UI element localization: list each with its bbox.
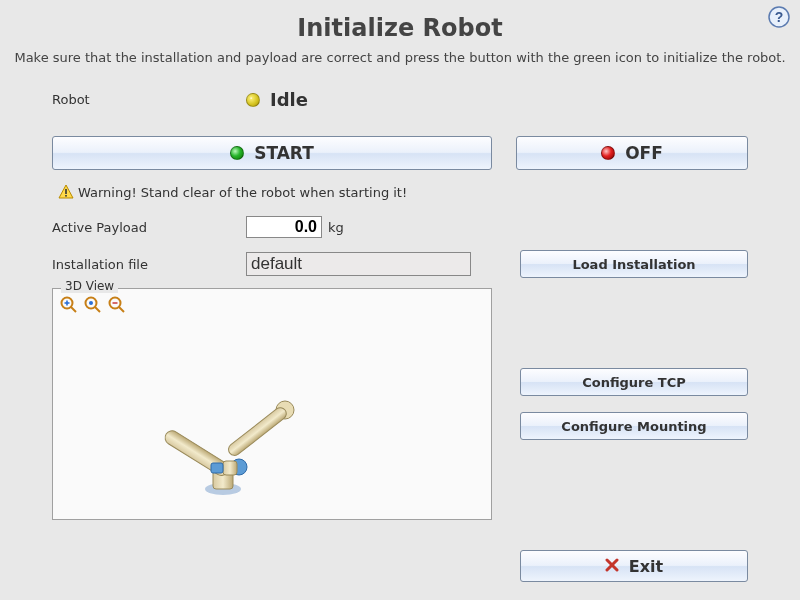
svg-line-6 <box>71 307 76 312</box>
svg-line-10 <box>95 307 100 312</box>
help-icon[interactable]: ? <box>768 6 790 28</box>
exit-button[interactable]: Exit <box>520 550 748 582</box>
svg-rect-4 <box>65 195 67 197</box>
page-title: Initialize Robot <box>0 0 800 42</box>
3d-view-panel[interactable]: 3D View <box>52 288 492 520</box>
robot-label: Robot <box>52 92 246 107</box>
close-icon <box>605 557 619 576</box>
zoom-home-icon[interactable] <box>83 295 103 315</box>
status-led-icon <box>246 93 260 107</box>
svg-rect-3 <box>65 189 67 194</box>
configure-tcp-button[interactable]: Configure TCP <box>520 368 748 396</box>
svg-rect-22 <box>211 463 223 473</box>
exit-button-label: Exit <box>629 557 663 576</box>
green-led-icon <box>230 146 244 160</box>
off-button-label: OFF <box>625 143 663 163</box>
installation-label: Installation file <box>52 257 246 272</box>
installation-row: Installation file Load Installation <box>52 250 748 278</box>
start-button-label: START <box>254 143 314 163</box>
svg-point-11 <box>89 301 93 305</box>
red-led-icon <box>601 146 615 160</box>
robot-status-value: Idle <box>270 89 308 110</box>
payload-unit: kg <box>328 220 344 235</box>
svg-rect-19 <box>226 405 289 458</box>
configure-mounting-button[interactable]: Configure Mounting <box>520 412 748 440</box>
warning-text: Warning! Stand clear of the robot when s… <box>78 185 407 200</box>
off-button[interactable]: OFF <box>516 136 748 170</box>
zoom-in-icon[interactable] <box>59 295 79 315</box>
svg-text:?: ? <box>775 9 784 25</box>
payload-row: Active Payload kg <box>52 216 748 238</box>
zoom-out-icon[interactable] <box>107 295 127 315</box>
robot-status-row: Robot Idle <box>52 89 748 110</box>
warning-icon <box>58 184 74 200</box>
svg-line-13 <box>119 307 124 312</box>
start-button[interactable]: START <box>52 136 492 170</box>
payload-label: Active Payload <box>52 220 246 235</box>
payload-input[interactable] <box>246 216 322 238</box>
warning-row: Warning! Stand clear of the robot when s… <box>58 184 748 200</box>
page-subtitle: Make sure that the installation and payl… <box>0 42 800 65</box>
robot-arm-graphic <box>163 359 343 509</box>
svg-rect-21 <box>223 461 237 475</box>
3d-view-legend: 3D View <box>61 279 118 293</box>
installation-input[interactable] <box>246 252 471 276</box>
load-installation-button[interactable]: Load Installation <box>520 250 748 278</box>
